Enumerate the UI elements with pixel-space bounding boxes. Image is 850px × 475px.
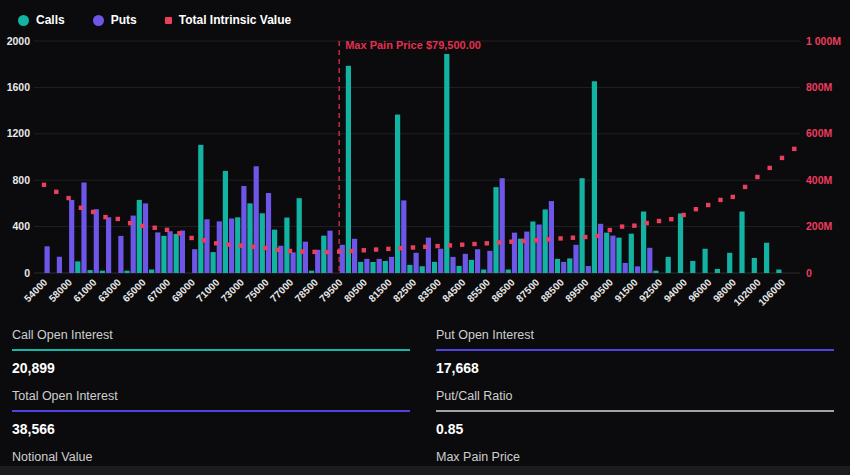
intrinsic-dot[interactable] xyxy=(583,235,587,239)
put-bar[interactable] xyxy=(340,245,345,273)
call-bar[interactable] xyxy=(124,271,129,273)
intrinsic-dot[interactable] xyxy=(276,248,280,252)
call-bar[interactable] xyxy=(174,234,179,273)
intrinsic-dot[interactable] xyxy=(694,207,698,211)
intrinsic-dot[interactable] xyxy=(337,249,341,253)
intrinsic-dot[interactable] xyxy=(706,203,710,207)
call-bar[interactable] xyxy=(518,239,523,273)
put-bar[interactable] xyxy=(69,200,74,273)
intrinsic-dot[interactable] xyxy=(79,206,83,210)
intrinsic-dot[interactable] xyxy=(718,198,722,202)
intrinsic-dot[interactable] xyxy=(681,213,685,217)
call-bar[interactable] xyxy=(223,171,228,273)
intrinsic-dot[interactable] xyxy=(91,210,95,214)
put-bar[interactable] xyxy=(254,166,259,273)
intrinsic-dot[interactable] xyxy=(522,239,526,243)
intrinsic-dot[interactable] xyxy=(632,223,636,227)
call-bar[interactable] xyxy=(616,238,621,273)
intrinsic-dot[interactable] xyxy=(435,244,439,248)
intrinsic-dot[interactable] xyxy=(411,245,415,249)
put-bar[interactable] xyxy=(266,193,271,273)
intrinsic-dot[interactable] xyxy=(214,241,218,245)
intrinsic-dot[interactable] xyxy=(42,183,46,187)
intrinsic-dot[interactable] xyxy=(768,166,772,170)
intrinsic-dot[interactable] xyxy=(374,247,378,251)
intrinsic-dot[interactable] xyxy=(485,241,489,245)
intrinsic-dot[interactable] xyxy=(620,224,624,228)
call-bar[interactable] xyxy=(629,234,634,273)
intrinsic-dot[interactable] xyxy=(755,175,759,179)
call-bar[interactable] xyxy=(358,262,363,273)
call-bar[interactable] xyxy=(383,261,388,273)
put-bar[interactable] xyxy=(438,249,443,273)
call-bar[interactable] xyxy=(715,269,720,273)
call-bar[interactable] xyxy=(297,198,302,273)
call-bar[interactable] xyxy=(88,270,93,273)
intrinsic-dot[interactable] xyxy=(251,245,255,249)
intrinsic-dot[interactable] xyxy=(608,228,612,232)
call-bar[interactable] xyxy=(211,252,216,273)
put-bar[interactable] xyxy=(610,236,615,273)
call-bar[interactable] xyxy=(284,218,289,273)
put-bar[interactable] xyxy=(143,203,148,273)
intrinsic-dot[interactable] xyxy=(239,243,243,247)
intrinsic-dot[interactable] xyxy=(645,221,649,225)
call-bar[interactable] xyxy=(592,81,597,273)
intrinsic-dot[interactable] xyxy=(66,196,70,200)
intrinsic-dot[interactable] xyxy=(448,243,452,247)
call-bar[interactable] xyxy=(580,178,585,273)
intrinsic-dot[interactable] xyxy=(657,219,661,223)
call-bar[interactable] xyxy=(309,271,314,273)
put-bar[interactable] xyxy=(106,217,111,273)
call-bar[interactable] xyxy=(764,243,769,273)
call-bar[interactable] xyxy=(149,270,154,273)
put-bar[interactable] xyxy=(81,183,86,273)
call-bar[interactable] xyxy=(506,270,511,273)
intrinsic-dot[interactable] xyxy=(386,247,390,251)
call-bar[interactable] xyxy=(530,221,535,273)
intrinsic-dot[interactable] xyxy=(546,237,550,241)
intrinsic-dot[interactable] xyxy=(165,228,169,232)
put-bar[interactable] xyxy=(598,224,603,273)
call-bar[interactable] xyxy=(457,266,462,273)
intrinsic-dot[interactable] xyxy=(177,231,181,235)
put-bar[interactable] xyxy=(94,209,99,273)
call-bar[interactable] xyxy=(666,257,671,273)
put-bar[interactable] xyxy=(291,252,296,273)
intrinsic-dot[interactable] xyxy=(669,217,673,221)
put-bar[interactable] xyxy=(389,257,394,273)
call-bar[interactable] xyxy=(469,260,474,273)
intrinsic-dot[interactable] xyxy=(116,217,120,221)
intrinsic-dot[interactable] xyxy=(571,236,575,240)
put-bar[interactable] xyxy=(303,242,308,273)
call-bar[interactable] xyxy=(703,249,708,273)
put-bar[interactable] xyxy=(487,251,492,273)
call-bar[interactable] xyxy=(653,271,658,273)
intrinsic-dot[interactable] xyxy=(743,185,747,189)
put-bar[interactable] xyxy=(180,231,185,273)
call-bar[interactable] xyxy=(752,258,757,273)
intrinsic-dot[interactable] xyxy=(140,224,144,228)
intrinsic-dot[interactable] xyxy=(54,190,58,194)
put-bar[interactable] xyxy=(561,262,566,273)
call-bar[interactable] xyxy=(481,270,486,273)
put-bar[interactable] xyxy=(352,239,357,273)
put-bar[interactable] xyxy=(241,186,246,273)
call-bar[interactable] xyxy=(407,265,412,273)
intrinsic-dot[interactable] xyxy=(202,238,206,242)
legend-item-intrinsic[interactable]: Total Intrinsic Value xyxy=(165,13,291,27)
call-bar[interactable] xyxy=(198,145,203,273)
intrinsic-dot[interactable] xyxy=(509,239,513,243)
put-bar[interactable] xyxy=(512,233,517,273)
put-bar[interactable] xyxy=(463,254,468,273)
intrinsic-dot[interactable] xyxy=(153,226,157,230)
intrinsic-dot[interactable] xyxy=(288,249,292,253)
put-bar[interactable] xyxy=(204,219,209,273)
call-bar[interactable] xyxy=(75,261,80,273)
call-bar[interactable] xyxy=(727,253,732,273)
call-bar[interactable] xyxy=(739,212,744,273)
call-bar[interactable] xyxy=(641,212,646,273)
call-bar[interactable] xyxy=(247,203,252,273)
intrinsic-dot[interactable] xyxy=(399,246,403,250)
intrinsic-dot[interactable] xyxy=(226,242,230,246)
